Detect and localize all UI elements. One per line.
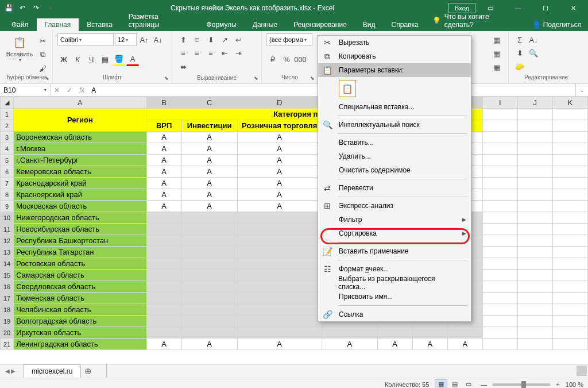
cell[interactable] [552,143,587,155]
fill-icon[interactable]: ⬇ [513,47,526,59]
find-icon[interactable]: 🔍 [527,47,540,59]
cell[interactable] [237,270,322,281]
cell[interactable] [412,327,447,339]
qat-more-icon[interactable]: ▾ [44,2,56,14]
tab-layout[interactable]: Разметка страницы [121,10,199,31]
cell[interactable] [181,247,237,258]
cell[interactable] [237,293,322,304]
cell[interactable] [181,235,237,247]
cell[interactable]: A [181,166,237,178]
row-header[interactable]: 3 [1,132,14,143]
row-header[interactable]: 2 [1,120,14,132]
cell[interactable]: Свердловская область [14,281,147,293]
ctx-translate[interactable]: ⇄Перевести [318,181,471,195]
format-cells-icon[interactable]: ▦ [490,61,503,74]
cell[interactable] [146,281,181,293]
page-layout-icon[interactable]: ▤ [448,379,461,389]
cell[interactable] [146,304,181,316]
cell[interactable]: A [412,339,447,350]
cell[interactable] [482,258,517,270]
delete-cells-icon[interactable]: ▦ [490,47,503,60]
dialog-launcher-icon[interactable]: ⬊ [163,75,170,82]
zoom-level[interactable]: 100 % [566,381,583,388]
row-header[interactable]: 1 [1,109,14,120]
cell[interactable] [237,235,322,247]
cell[interactable]: г.Москва [14,143,147,155]
border-button[interactable]: ▦ [99,53,111,66]
cell[interactable]: A [146,189,181,201]
row-header[interactable]: 17 [1,293,14,304]
ctx-paste-special[interactable]: Специальная вставка... [318,100,471,114]
expand-formula-icon[interactable]: ⌄ [575,84,588,96]
name-box[interactable]: B10▾ [0,84,51,96]
cell[interactable] [517,155,552,166]
cell[interactable]: A [237,166,322,178]
cell[interactable] [146,212,181,224]
cell[interactable]: A [181,339,237,350]
zoom-in-icon[interactable]: + [556,381,559,388]
cell[interactable] [517,258,552,270]
cell[interactable]: Ростовская область [14,258,147,270]
cell[interactable] [237,281,322,293]
cell[interactable]: A [146,166,181,178]
align-top-icon[interactable]: ⬆ [177,33,189,46]
cell[interactable]: Красноярский край [14,189,147,201]
cell[interactable] [517,224,552,235]
cell[interactable] [447,327,482,339]
cell[interactable]: Челябинская область [14,304,147,316]
cell[interactable]: A [377,339,412,350]
cell[interactable] [552,293,587,304]
col-header[interactable]: K [552,97,587,109]
cell[interactable]: Новосибирская область [14,224,147,235]
decrease-indent-icon[interactable]: ⇤ [218,47,231,59]
cell[interactable] [146,270,181,281]
col-header[interactable]: A [14,97,147,109]
cell[interactable]: Московская область [14,201,147,212]
cell[interactable] [517,316,552,327]
cell[interactable] [552,155,587,166]
cell[interactable]: Кемеровская область [14,166,147,178]
cell[interactable] [482,293,517,304]
autosum-icon[interactable]: Σ [513,33,526,46]
cell[interactable]: A [146,132,181,143]
cell[interactable] [146,327,181,339]
cell[interactable]: Розничная торговля [237,120,322,132]
undo-icon[interactable]: ↶ [16,2,29,14]
row-header[interactable]: 16 [1,281,14,293]
cell[interactable] [482,327,517,339]
ctx-define-name[interactable]: Присвоить имя... [318,290,471,304]
cell[interactable] [517,132,552,143]
cell[interactable] [482,143,517,155]
cell[interactable]: ВРП [146,120,181,132]
select-all[interactable]: ◢ [1,97,14,109]
cell[interactable] [552,327,587,339]
cell[interactable] [552,166,587,178]
normal-view-icon[interactable]: ▦ [435,379,447,389]
cell[interactable] [552,304,587,316]
number-format-combo[interactable]: (все форма▾ [266,33,312,46]
cell[interactable] [552,235,587,247]
cell[interactable]: A [237,201,322,212]
col-header[interactable]: I [482,97,517,109]
enter-formula-icon[interactable]: ✓ [67,86,72,94]
cut-icon[interactable]: ✂ [36,34,49,47]
row-header[interactable]: 6 [1,166,14,178]
cell[interactable] [146,258,181,270]
cell[interactable] [517,339,552,350]
cell[interactable] [322,327,377,339]
ctx-format-cells[interactable]: ☷Формат ячеек... [318,262,471,276]
ctx-cut[interactable]: ✂Вырезать [318,36,471,49]
cell[interactable]: Нижегородская область [14,212,147,224]
bold-button[interactable]: Ж [57,53,70,66]
align-center-icon[interactable]: ≡ [191,47,203,59]
col-header[interactable]: B [146,97,181,109]
cell[interactable]: A [237,178,322,189]
row-header[interactable]: 9 [1,201,14,212]
cell[interactable]: Регион [14,109,147,132]
cell[interactable] [146,224,181,235]
cell[interactable] [181,281,237,293]
tab-help[interactable]: Справка [384,18,427,31]
cell[interactable] [482,316,517,327]
ctx-sort[interactable]: Сортировка▶ [318,226,471,240]
grow-font-icon[interactable]: A↑ [138,33,150,46]
